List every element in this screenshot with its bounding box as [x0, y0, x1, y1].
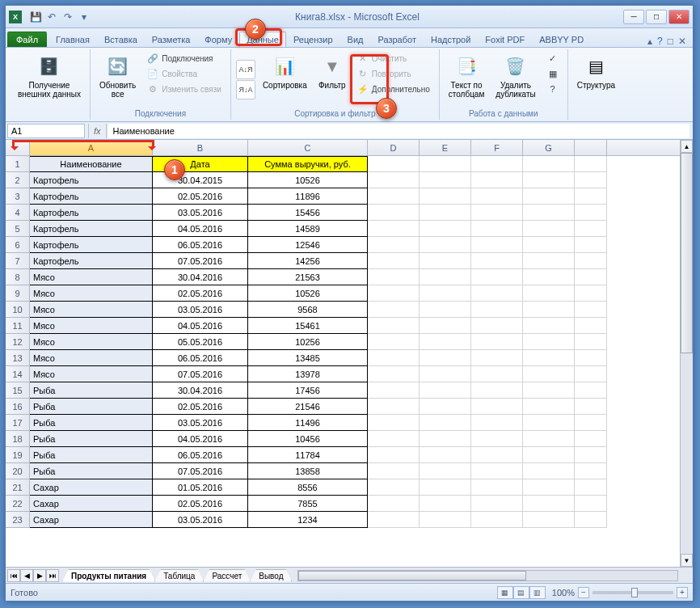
cell[interactable] — [523, 431, 575, 447]
row-header[interactable]: 11 — [6, 318, 30, 334]
cell[interactable] — [420, 318, 471, 334]
cell[interactable] — [523, 399, 575, 415]
cell[interactable] — [368, 253, 420, 269]
cell[interactable] — [420, 237, 471, 253]
zoom-level[interactable]: 100% — [552, 588, 575, 597]
cell[interactable]: 13978 — [248, 366, 368, 382]
cell[interactable]: Мясо — [30, 334, 153, 350]
cell[interactable] — [471, 415, 523, 431]
cell[interactable] — [368, 366, 420, 382]
sheet-tab-3[interactable]: Вывод — [250, 569, 292, 582]
cell[interactable]: 15461 — [248, 318, 368, 334]
cell[interactable]: Мясо — [30, 285, 153, 302]
cell[interactable] — [471, 253, 523, 269]
cell[interactable] — [420, 479, 471, 496]
row-header[interactable]: 18 — [6, 431, 30, 447]
cell[interactable] — [471, 285, 523, 302]
fx-button[interactable]: fx — [88, 124, 107, 138]
cell[interactable] — [368, 334, 420, 350]
text-to-columns-button[interactable]: 📑 Текст по столбцам — [445, 51, 489, 108]
tab-view[interactable]: Вид — [340, 32, 371, 47]
cell[interactable]: 10456 — [248, 431, 368, 447]
cell[interactable] — [420, 172, 471, 188]
cell[interactable] — [471, 172, 523, 188]
row-header[interactable]: 10 — [6, 302, 30, 318]
cell[interactable] — [420, 399, 471, 415]
cell[interactable] — [420, 431, 471, 447]
cell[interactable]: Наименование — [30, 156, 153, 172]
cell[interactable] — [471, 269, 523, 285]
cell[interactable]: 30.04.2016 — [153, 382, 248, 399]
cell[interactable]: Рыба — [30, 415, 153, 431]
cell[interactable] — [575, 382, 607, 399]
cell[interactable]: Картофель — [30, 221, 153, 237]
cell[interactable] — [471, 221, 523, 237]
cell[interactable]: 21563 — [248, 269, 368, 285]
close-button[interactable]: ✕ — [668, 10, 689, 24]
cell[interactable]: Рыба — [30, 447, 153, 463]
zoom-slider[interactable] — [592, 591, 673, 594]
refresh-all-button[interactable]: 🔄 Обновить все — [95, 51, 140, 108]
cell[interactable] — [420, 350, 471, 366]
cell[interactable] — [420, 512, 471, 528]
cell[interactable] — [471, 463, 523, 479]
cell[interactable] — [471, 188, 523, 205]
cell[interactable]: 9568 — [248, 302, 368, 318]
cell[interactable] — [575, 479, 607, 496]
cell[interactable] — [575, 237, 607, 253]
name-box[interactable] — [7, 124, 85, 138]
cell[interactable] — [368, 237, 420, 253]
cell[interactable] — [368, 415, 420, 431]
row-header[interactable]: 2 — [6, 172, 30, 188]
cell[interactable] — [420, 415, 471, 431]
cell[interactable] — [471, 366, 523, 382]
cell[interactable] — [575, 350, 607, 366]
cell[interactable]: Сахар — [30, 479, 153, 496]
cell[interactable] — [368, 350, 420, 366]
cell[interactable] — [523, 188, 575, 205]
cell[interactable] — [523, 302, 575, 318]
cell[interactable]: 04.05.2016 — [153, 431, 248, 447]
redo-button[interactable]: ↷ — [61, 10, 75, 24]
view-layout-button[interactable]: ▤ — [513, 586, 529, 599]
cell[interactable]: Мясо — [30, 350, 153, 366]
cell[interactable] — [471, 205, 523, 221]
cell[interactable] — [523, 366, 575, 382]
cell[interactable]: 02.05.2016 — [153, 399, 248, 415]
cell[interactable] — [523, 172, 575, 188]
sheet-next-button[interactable]: ▶ — [33, 569, 46, 582]
cell[interactable] — [368, 188, 420, 205]
cell[interactable]: 07.05.2016 — [153, 366, 248, 382]
edit-links-button[interactable]: ⚙Изменить связи — [143, 82, 226, 96]
tab-developer[interactable]: Разработ — [370, 32, 423, 47]
sheet-tab-2[interactable]: Рассчет — [203, 569, 251, 582]
cell[interactable]: Рыба — [30, 382, 153, 399]
cell[interactable]: Картофель — [30, 237, 153, 253]
cell[interactable]: 14256 — [248, 253, 368, 269]
cell[interactable] — [523, 463, 575, 479]
sheet-prev-button[interactable]: ◀ — [20, 569, 33, 582]
row-header[interactable]: 21 — [6, 479, 30, 496]
cell[interactable] — [575, 463, 607, 479]
structure-button[interactable]: ▤ Структура — [573, 51, 619, 116]
cell[interactable]: 02.05.2016 — [153, 496, 248, 512]
view-normal-button[interactable]: ▦ — [497, 586, 513, 599]
help-icon[interactable]: ? — [657, 36, 663, 47]
cell[interactable] — [368, 431, 420, 447]
cell[interactable] — [575, 285, 607, 302]
row-header[interactable]: 14 — [6, 366, 30, 382]
cell[interactable] — [575, 512, 607, 528]
cell[interactable] — [575, 205, 607, 221]
cell[interactable]: Картофель — [30, 205, 153, 221]
cell[interactable]: Картофель — [30, 188, 153, 205]
properties-button[interactable]: 📄Свойства — [143, 66, 226, 81]
cell[interactable] — [471, 431, 523, 447]
col-header-f[interactable]: F — [471, 140, 523, 155]
row-header[interactable]: 15 — [6, 382, 30, 399]
cell[interactable] — [575, 415, 607, 431]
close-workbook-icon[interactable]: ✕ — [678, 36, 686, 47]
row-header[interactable]: 19 — [6, 447, 30, 463]
cell[interactable] — [368, 302, 420, 318]
cell[interactable]: 30.04.2016 — [153, 269, 248, 285]
tab-addins[interactable]: Надстрой — [424, 32, 478, 47]
